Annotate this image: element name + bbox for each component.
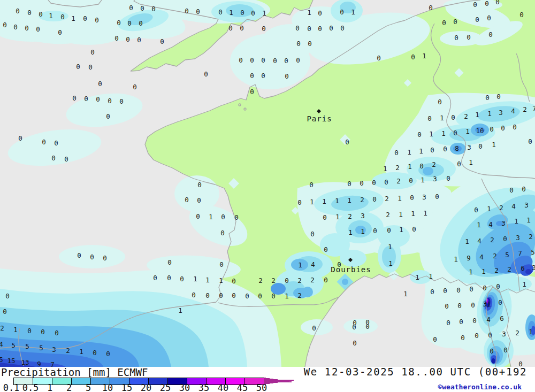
- precip-value: 1: [383, 165, 387, 173]
- weather-map-window: ParisDourbies 00000010100000000000000000…: [0, 0, 535, 392]
- legend-arrow-streak: [264, 381, 292, 382]
- precip-value: 1: [399, 210, 403, 218]
- precip-value: 0: [106, 112, 110, 120]
- precip-value: 0: [221, 213, 225, 221]
- legend-arrow-streak: [264, 380, 294, 381]
- precip-value: 2: [432, 160, 436, 168]
- precip-value: 0: [197, 181, 202, 189]
- precip-value: 0: [360, 179, 364, 187]
- precip-value: 1: [209, 213, 213, 221]
- precip-value: 1: [429, 272, 433, 280]
- precip-value: 0: [296, 40, 301, 48]
- precip-value: 0: [312, 324, 316, 332]
- precip-value: 5: [505, 251, 509, 259]
- precip-value: 3: [516, 234, 520, 242]
- precip-value: 0: [372, 195, 377, 203]
- precip-value: 0: [88, 63, 93, 71]
- precip-value: 1: [415, 273, 419, 281]
- precip-value: 2: [66, 347, 70, 355]
- precip-value: 1: [361, 227, 365, 235]
- precip-value: 5: [39, 344, 43, 352]
- precip-value: 2: [493, 252, 497, 260]
- precip-value: 0: [153, 274, 157, 282]
- precip-value: 0: [16, 7, 20, 15]
- precip-value: 0: [133, 83, 137, 91]
- precip-value: 0: [192, 291, 196, 299]
- precip-value: 7: [532, 104, 535, 112]
- precip-value: 0: [27, 327, 32, 335]
- precip-value: 3: [502, 330, 506, 338]
- precip-value: 0: [522, 185, 526, 193]
- precip-value: 0: [96, 95, 100, 103]
- precip-value: 0: [245, 292, 249, 300]
- precip-value: 2: [396, 177, 401, 185]
- precip-value: 0: [429, 4, 433, 12]
- precip-value: 1: [403, 290, 408, 298]
- legend-tick-label: 0.1: [3, 382, 20, 392]
- precip-value: 0: [496, 282, 500, 290]
- precip-value: 0: [167, 258, 172, 266]
- precip-value: 6: [521, 264, 525, 272]
- precip-value: 15: [7, 357, 15, 365]
- precip-value: 0: [485, 0, 489, 7]
- precip-value: 0: [461, 334, 465, 342]
- precip-value: 0: [250, 56, 254, 64]
- precip-value: 1: [335, 197, 339, 205]
- precip-value: 1: [487, 110, 492, 118]
- precip-value: 0: [307, 25, 311, 33]
- precip-value: 2: [515, 329, 519, 337]
- precip-value: 0: [430, 288, 434, 296]
- precip-value: 0: [498, 298, 502, 306]
- precip-value: 0: [443, 145, 447, 153]
- precip-value: 0: [485, 94, 490, 102]
- precip-value: 4: [0, 340, 3, 348]
- precip-value: 1: [307, 9, 311, 17]
- precip-value: 3: [422, 193, 426, 201]
- precip-value: 0: [126, 35, 130, 43]
- precip-value: 0: [310, 230, 315, 238]
- precip-value: 0: [273, 57, 277, 65]
- precip-value: 0: [473, 1, 477, 9]
- precip-value: 0: [469, 285, 473, 293]
- legend-title: Precipitation [mm] ECMWF: [1, 366, 148, 378]
- precip-value: 0: [140, 4, 144, 12]
- precip-value: 1: [429, 130, 433, 138]
- precip-value: 0: [90, 48, 95, 56]
- precip-value: 1: [399, 226, 403, 234]
- precip-value: 0: [443, 287, 447, 295]
- precip-value: 0: [72, 94, 77, 102]
- precip-value: 3: [499, 109, 503, 117]
- legend-colorbar: [13, 378, 294, 385]
- precip-value: 0: [240, 24, 244, 32]
- copyright-link[interactable]: ©weatheronline.co.uk: [438, 383, 522, 391]
- precip-value: 3: [361, 212, 365, 220]
- precip-value: 2: [529, 233, 533, 241]
- precip-value: 0: [456, 286, 461, 294]
- precip-value: 1: [398, 194, 402, 202]
- precip-value: 0: [219, 260, 224, 268]
- precip-value: 1: [348, 228, 353, 236]
- precip-value: 0: [258, 292, 262, 300]
- precip-value: 1: [492, 141, 496, 149]
- precip-value: 1: [298, 261, 302, 269]
- precip-value: 0: [488, 30, 493, 39]
- precip-value: 5: [531, 248, 535, 256]
- precip-value: 0: [372, 179, 376, 187]
- precip-value: 0: [250, 72, 254, 80]
- precip-value: 0: [18, 134, 22, 142]
- precip-value: 0: [108, 97, 112, 105]
- precip-value: 0: [474, 206, 478, 214]
- precip-value: 5: [0, 356, 3, 364]
- precip-value: 0: [445, 302, 449, 310]
- precip-value: 0: [232, 277, 236, 285]
- precip-value: 6: [500, 314, 504, 322]
- precip-value: 0: [27, 9, 32, 17]
- precip-value: 0: [137, 36, 141, 44]
- legend-tick-label: 35: [198, 382, 209, 392]
- precip-value: 0: [196, 7, 200, 16]
- precip-value: 1: [388, 243, 392, 251]
- precip-value: 1: [441, 129, 446, 137]
- precip-value: 1: [408, 163, 412, 171]
- precip-value: 0: [329, 24, 333, 32]
- legend-tick-label: 25: [160, 382, 171, 392]
